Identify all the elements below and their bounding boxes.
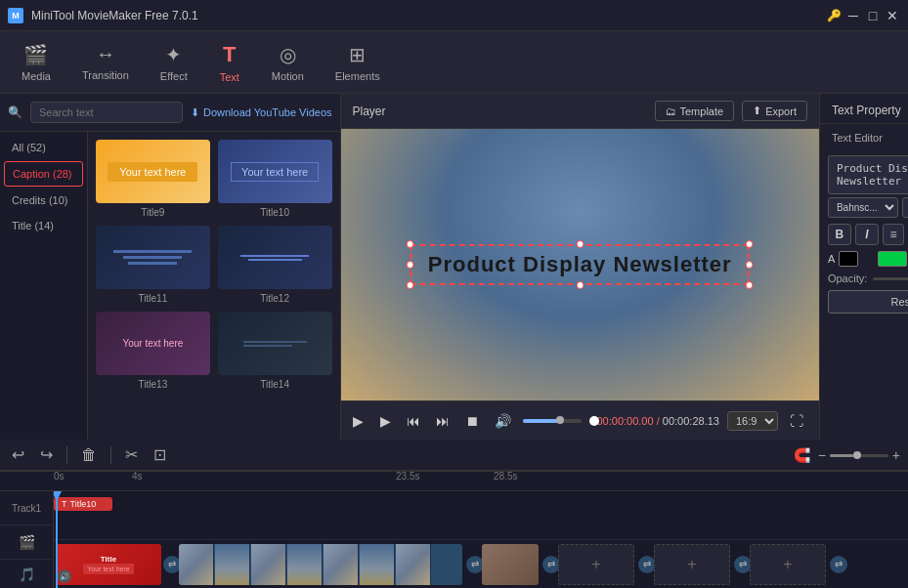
template-button[interactable]: 🗂 Template: [655, 101, 735, 121]
text-template-title10[interactable]: Your text here Title10: [218, 140, 332, 218]
current-time: 00:00:00.00: [597, 415, 654, 427]
opacity-label: Opacity:: [828, 273, 867, 284]
right-panel-title: Text Property: [820, 94, 908, 124]
text-overlay[interactable]: Product Display Newsletter: [411, 244, 750, 285]
audio-indicator: 🔊: [58, 569, 71, 583]
add-media-icon: +: [591, 556, 600, 573]
zoom-track[interactable]: [830, 454, 888, 457]
handle-right-mid[interactable]: [746, 261, 754, 269]
swap-button-6[interactable]: ⇄: [830, 556, 847, 573]
fullscreen-button[interactable]: ⛶: [786, 411, 807, 431]
toolbar-transition[interactable]: ↔ Transition: [68, 37, 143, 87]
handle-top-left[interactable]: [407, 240, 414, 248]
prev-frame-button[interactable]: ⏮: [403, 411, 424, 431]
handle-top-right[interactable]: [746, 240, 754, 248]
maximize-button[interactable]: □: [865, 8, 881, 23]
add-media-icon-3: +: [783, 556, 792, 573]
template-label: Title13: [139, 379, 168, 390]
undo-button[interactable]: ↩: [8, 443, 28, 466]
text-selection-box[interactable]: Product Display Newsletter: [411, 244, 750, 285]
title-controls: 🔑 ─ □ ✕: [826, 8, 900, 23]
reset-button[interactable]: Reset: [828, 290, 908, 314]
template-label: Title10: [260, 207, 289, 218]
template-thumbnail: Your text here: [96, 140, 210, 203]
title-clip[interactable]: Title Your text here 🔊: [56, 544, 161, 585]
toolbar-motion[interactable]: ◎ Motion: [258, 37, 318, 88]
toolbar-elements[interactable]: ⊞ Elements: [322, 37, 394, 88]
cut-button[interactable]: ✂: [121, 443, 142, 466]
player-header: Player 🗂 Template ⬆ Export: [341, 94, 819, 129]
align-left-button[interactable]: ≡: [883, 224, 904, 245]
category-caption[interactable]: Caption (28): [4, 161, 83, 187]
elements-label: Elements: [335, 70, 380, 82]
toolbar-divider-2: [110, 446, 111, 464]
text-template-title9[interactable]: Your text here Title9: [96, 140, 210, 218]
bg-color-swatch[interactable]: [878, 251, 907, 267]
delete-button[interactable]: 🗑: [77, 444, 101, 466]
toolbar-text[interactable]: T Text: [205, 36, 254, 89]
redo-button[interactable]: ↪: [36, 443, 57, 466]
ruler-mark-4s: 4s: [132, 471, 143, 482]
export-button[interactable]: ⬆ Export: [742, 101, 807, 121]
text-template-title11[interactable]: Title11: [96, 226, 210, 304]
handle-bottom-mid[interactable]: [576, 281, 584, 289]
export-label: Export: [765, 105, 797, 117]
empty-clip-3[interactable]: +: [750, 544, 826, 585]
zoom-in-button[interactable]: +: [892, 447, 900, 463]
media-icon: 🎬: [23, 43, 48, 66]
font-size-select[interactable]: 64 48 72: [902, 197, 908, 218]
toolbar-effect[interactable]: ✦ Effect: [147, 37, 201, 88]
volume-slider[interactable]: [523, 419, 582, 423]
player-controls: ▶ ▶ ⏮ ⏭ ⏹ 🔊 00:00:00.00 / 00:00:28.13 16…: [341, 400, 819, 440]
text-template-title14[interactable]: Title14: [218, 312, 332, 390]
bold-button[interactable]: B: [828, 224, 851, 245]
opacity-slider[interactable]: [873, 277, 908, 280]
category-title[interactable]: Title (14): [4, 214, 83, 237]
italic-button[interactable]: I: [855, 224, 879, 245]
image-clip[interactable]: [482, 544, 539, 585]
title-chip[interactable]: T Title10: [54, 497, 112, 511]
close-button[interactable]: ✕: [885, 8, 900, 23]
play-button[interactable]: ▶: [376, 411, 395, 431]
stop-button[interactable]: ⏹: [461, 411, 483, 431]
title-clip-text: Your text here: [83, 564, 133, 574]
elements-icon: ⊞: [349, 43, 366, 66]
player-canvas: Product Display Newsletter: [341, 129, 819, 400]
text-editor-input[interactable]: Product Display Newsletter: [828, 155, 908, 194]
overlay-text[interactable]: Product Display Newsletter: [411, 244, 750, 285]
font-family-select[interactable]: Bahnsc...: [828, 197, 898, 218]
playhead[interactable]: [56, 491, 58, 588]
search-input[interactable]: [30, 102, 183, 123]
app-title: MiniTool MovieMaker Free 7.0.1: [31, 9, 198, 22]
main-video-clip[interactable]: [179, 544, 462, 585]
add-media-icon-2: +: [687, 556, 696, 573]
search-icon: 🔍: [8, 105, 22, 119]
text-template-title13[interactable]: Your text here Title13: [96, 312, 210, 390]
handle-left-mid[interactable]: [407, 261, 414, 269]
empty-clip-2[interactable]: +: [654, 544, 730, 585]
download-youtube-button[interactable]: ⬇ Download YouTube Videos: [191, 106, 332, 119]
toolbar-media[interactable]: 🎬 Media: [8, 37, 65, 88]
category-credits[interactable]: Credits (10): [4, 189, 83, 212]
handle-bottom-right[interactable]: [746, 281, 754, 289]
aspect-ratio-select[interactable]: 16:9 9:16 1:1: [727, 411, 778, 431]
crop-button[interactable]: ⊡: [150, 443, 170, 466]
template-thumbnail: Your text here: [218, 140, 332, 203]
film-frame-7: [396, 544, 431, 585]
volume-button[interactable]: 🔊: [491, 411, 515, 431]
handle-top-mid[interactable]: [576, 240, 584, 248]
text-color-swatch[interactable]: [839, 251, 858, 267]
progress-bar[interactable]: ▶: [353, 413, 368, 429]
zoom-out-button[interactable]: −: [818, 447, 826, 463]
film-frames: [179, 544, 431, 585]
next-frame-button[interactable]: ⏭: [432, 411, 454, 431]
text-template-title12[interactable]: Title12: [218, 226, 332, 304]
color-controls: A: [828, 251, 908, 267]
template-label: Title12: [260, 293, 289, 304]
video-track-label: 🎬: [0, 525, 53, 560]
empty-clip-1[interactable]: +: [558, 544, 634, 585]
category-all[interactable]: All (52): [4, 136, 83, 159]
handle-bottom-left[interactable]: [407, 281, 414, 289]
template-thumbnail: [218, 312, 332, 375]
minimize-button[interactable]: ─: [845, 8, 861, 23]
